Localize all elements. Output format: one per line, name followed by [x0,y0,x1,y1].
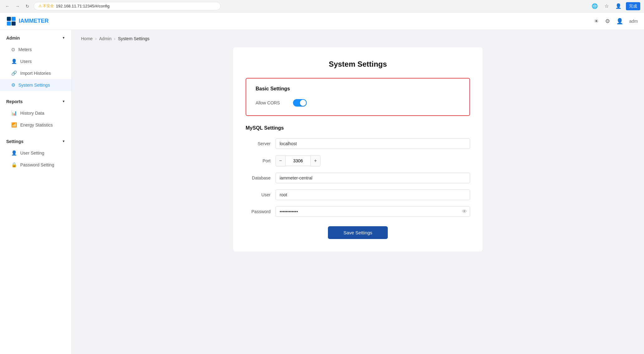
sidebar-item-user-setting-label: User Setting [20,151,44,155]
app-header: IAMMETER ☀ ⚙ 👤 adm [0,12,644,30]
database-label: Database [246,175,271,180]
security-warning: ⚠ 不安全 [38,3,54,9]
mysql-settings: MySQL Settings Server Port − + [246,125,470,239]
breadcrumb-sep-2: › [114,36,116,41]
user-input[interactable] [276,189,470,200]
users-icon: 👤 [11,59,17,64]
complete-button[interactable]: 完成 [626,2,640,10]
password-input[interactable] [276,206,470,217]
port-decrement-button[interactable]: − [276,155,286,166]
sidebar-item-import-histories[interactable]: 🔗 Import Histories [0,67,71,79]
eye-icon[interactable]: 👁 [462,209,467,214]
server-input[interactable] [276,138,470,149]
header-right: ☀ ⚙ 👤 adm [594,18,638,25]
translate-icon[interactable]: 🌐 [590,2,599,11]
password-label: Password [246,209,271,214]
meters-icon: ⊙ [11,47,15,52]
sidebar: Admin ▲ ⊙ Meters 👤 Users 🔗 Import Histor… [0,30,72,354]
back-button[interactable]: ← [4,2,11,10]
chevron-up-icon: ▲ [62,36,65,40]
browser-chrome: ← → ↻ ⚠ 不安全 192.168.11.71:12345/#/config… [0,0,644,12]
profile-icon[interactable]: 👤 [614,2,623,11]
database-row: Database [246,173,470,183]
logo-icon [6,16,16,26]
sidebar-item-import-label: Import Histories [20,71,51,76]
app-logo: IAMMETER [6,16,49,26]
user-avatar-icon[interactable]: 👤 [616,18,623,25]
password-field-wrapper: 👁 [276,206,470,217]
app-body: Admin ▲ ⊙ Meters 👤 Users 🔗 Import Histor… [0,30,644,354]
port-row: Port − + [246,155,470,166]
port-increment-button[interactable]: + [310,155,320,166]
sidebar-admin-header[interactable]: Admin ▲ [0,32,71,44]
username-text: adm [629,19,638,24]
bookmark-icon[interactable]: ☆ [602,2,611,11]
energy-stats-icon: 📶 [11,122,17,128]
forward-button[interactable]: → [14,2,21,10]
page-card: System Settings Basic Settings Allow COR… [233,47,483,251]
sidebar-settings-header[interactable]: Settings ▲ [0,136,71,147]
browser-right-icons: 🌐 ☆ 👤 完成 [590,2,640,11]
mysql-title: MySQL Settings [246,125,470,131]
sidebar-item-password-label: Password Setting [20,162,54,167]
cors-toggle[interactable] [293,99,307,107]
basic-settings-title: Basic Settings [256,86,460,92]
basic-settings-box: Basic Settings Allow CORS [246,78,470,116]
sidebar-item-user-setting[interactable]: 👤 User Setting [0,147,71,159]
logo-text: IAMMETER [19,18,49,24]
port-label: Port [246,158,271,163]
import-icon: 🔗 [11,70,17,76]
sidebar-section-settings: Settings ▲ 👤 User Setting 🔒 Password Set… [0,133,71,173]
breadcrumb-sep-1: › [95,36,97,41]
address-bar[interactable]: ⚠ 不安全 192.168.11.71:12345/#/config [34,2,221,10]
server-row: Server [246,138,470,149]
main-content: Home › Admin › System Settings System Se… [72,30,644,354]
sidebar-section-admin: Admin ▲ ⊙ Meters 👤 Users 🔗 Import Histor… [0,30,71,93]
sidebar-item-system-label: System Settings [18,83,50,88]
sidebar-item-users-label: Users [20,59,32,64]
cors-label: Allow CORS [256,100,287,105]
breadcrumb-home[interactable]: Home [81,36,93,41]
user-label: User [246,192,271,197]
breadcrumb-current: System Settings [118,36,149,41]
lock-icon: 🔒 [11,162,17,168]
url-text: 192.168.11.71:12345/#/config [56,4,109,8]
password-row: Password 👁 [246,206,470,217]
sidebar-item-system-settings[interactable]: ⚙ System Settings [0,79,71,91]
database-input[interactable] [276,173,470,183]
sidebar-item-password-setting[interactable]: 🔒 Password Setting [0,159,71,171]
save-button[interactable]: Save Settings [328,226,388,239]
chevron-reports-icon: ▲ [62,100,65,103]
sidebar-item-history-data[interactable]: 📊 History Data [0,107,71,119]
sidebar-item-users[interactable]: 👤 Users [0,55,71,67]
sidebar-item-energy-statistics[interactable]: 📶 Energy Statistics [0,119,71,131]
system-settings-icon: ⚙ [11,82,15,88]
chevron-settings-icon: ▲ [62,140,65,143]
page-title: System Settings [246,60,470,69]
sidebar-item-history-label: History Data [20,111,44,116]
sidebar-item-meters[interactable]: ⊙ Meters [0,44,71,55]
port-control: − + [276,155,320,166]
reload-button[interactable]: ↻ [24,2,31,10]
port-input[interactable] [286,155,310,166]
history-data-icon: 📊 [11,110,17,116]
settings-icon[interactable]: ⚙ [605,18,610,25]
sidebar-item-energy-label: Energy Statistics [20,122,53,127]
breadcrumb: Home › Admin › System Settings [81,36,635,41]
theme-icon[interactable]: ☀ [594,18,599,25]
sidebar-reports-header[interactable]: Reports ▲ [0,96,71,107]
breadcrumb-admin[interactable]: Admin [99,36,112,41]
sidebar-item-meters-label: Meters [18,47,32,52]
sidebar-section-reports: Reports ▲ 📊 History Data 📶 Energy Statis… [0,93,71,133]
user-setting-icon: 👤 [11,150,17,156]
user-row: User [246,189,470,200]
server-label: Server [246,141,271,146]
cors-setting-row: Allow CORS [256,98,460,108]
